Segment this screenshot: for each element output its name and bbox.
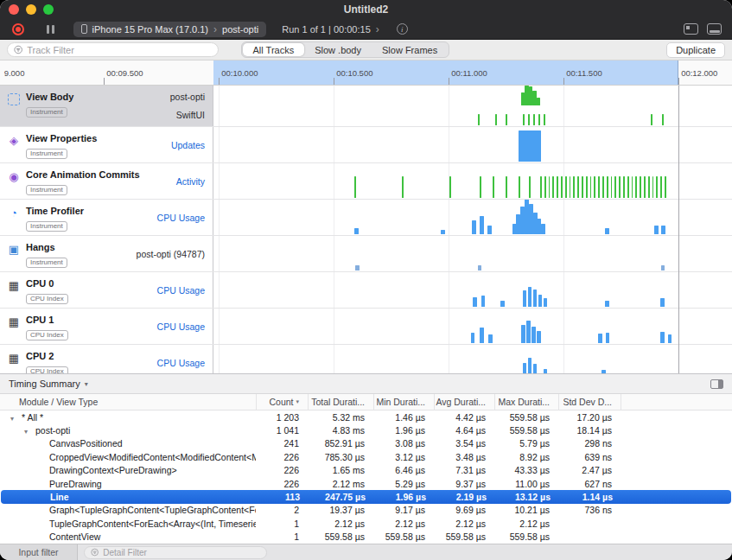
segment-all-tracks[interactable]: All Tracks (242, 43, 304, 56)
zoom-button[interactable] (43, 4, 54, 15)
track-lanes (213, 272, 732, 308)
detail-view-selector[interactable]: Timing Summary ▾ (9, 379, 88, 389)
info-icon[interactable]: i (397, 23, 408, 35)
minimize-button[interactable] (26, 4, 36, 15)
library-icon[interactable] (684, 23, 698, 35)
window-title: Untitled2 (344, 3, 388, 16)
pause-button[interactable] (47, 25, 54, 34)
summary-column-header[interactable]: Count▾ (256, 394, 308, 410)
track-header[interactable]: ▦CPU 2CPU IndexCPU Usage (0, 345, 213, 373)
track-row[interactable]: ◔Time ProfilerInstrumentCPU Usage (0, 200, 732, 236)
device-selector[interactable]: iPhone 15 Pro Max (17.0.1) › post-opti (73, 22, 267, 37)
ruler-tick-label: 00:10.000 (221, 68, 258, 78)
track-header[interactable]: ▦CPU 0CPU IndexCPU Usage (0, 272, 213, 308)
summary-row[interactable]: Graph<TupleGraphContent<TupleGraphConten… (0, 504, 732, 517)
track-row[interactable]: ▦CPU 2CPU IndexCPU Usage (0, 345, 732, 373)
close-button[interactable] (9, 4, 19, 15)
graph-bar (623, 176, 625, 198)
track-detail-link[interactable]: CPU Usage (157, 285, 205, 296)
summary-column-header[interactable]: Total Durati... (308, 394, 373, 410)
summary-row[interactable]: CroppedView<ModifiedContent<ModifiedCont… (0, 450, 732, 463)
graph-bar (662, 114, 664, 125)
track-graph[interactable] (213, 236, 732, 271)
track-graph[interactable] (213, 200, 732, 235)
segment-slow-frames[interactable]: Slow Frames (372, 43, 448, 56)
track-filter-input[interactable] (27, 45, 212, 55)
track-filter-field[interactable] (7, 42, 219, 57)
track-lane (213, 200, 732, 235)
detail-view-selector-label: Timing Summary (9, 379, 80, 389)
track-header[interactable]: View BodyInstrumentpost-optiSwiftUI (0, 86, 213, 126)
duplicate-button[interactable]: Duplicate (666, 42, 725, 58)
summary-value-cell: 2.12 µs (434, 519, 494, 529)
track-values: CPU Usage (157, 200, 205, 235)
graph-bar (487, 226, 492, 234)
graph-bar (519, 130, 541, 162)
chevron-right-icon[interactable]: › (376, 24, 379, 35)
timeline-ruler[interactable]: 9.00000:09.50000:10.00000:10.50000:11.00… (0, 60, 732, 86)
graph-bar (354, 228, 359, 234)
input-filter-label[interactable]: Input filter (0, 544, 78, 560)
graph-bar (598, 176, 600, 198)
graph-bar (598, 334, 602, 343)
summary-row[interactable]: ▾* All *1 2035.32 ms1.46 µs4.42 µs559.58… (0, 410, 732, 423)
summary-value-cell: 736 ns (558, 505, 621, 515)
summary-row[interactable]: ▾post-opti1 0414.83 ms1.96 µs4.64 µs559.… (0, 423, 732, 436)
summary-row[interactable]: Line113247.75 µs1.96 µs2.19 µs13.12 µs1.… (1, 490, 731, 503)
track-detail-link[interactable]: CPU Usage (157, 358, 205, 368)
track-row[interactable]: View BodyInstrumentpost-optiSwiftUI (0, 86, 732, 127)
inspector-toggle-icon[interactable] (710, 379, 723, 389)
summary-row[interactable]: DrawingContext<PureDrawing>2261.65 ms6.4… (0, 464, 732, 477)
summary-column-header[interactable]: Max Durati... (494, 394, 558, 410)
summary-column-header[interactable]: Avg Durati... (434, 394, 494, 410)
track-graph[interactable] (213, 163, 732, 199)
summary-column-header[interactable]: Module / View Type (0, 394, 256, 410)
summary-value-cell: 241 (256, 438, 308, 449)
track-row[interactable]: ▦CPU 0CPU IndexCPU Usage (0, 272, 732, 309)
titlebar[interactable]: Untitled2 (0, 0, 732, 19)
run-navigator[interactable]: Run 1 of 1 | 00:00:15 › (282, 24, 379, 35)
track-row[interactable]: ◉Core Animation CommitsInstrumentActivit… (0, 163, 732, 200)
track-detail-link[interactable]: Activity (176, 176, 205, 187)
bottom-panel-toggle-icon[interactable] (707, 23, 722, 35)
module-cell: Graph<TupleGraphContent<TupleGraphConten… (0, 505, 256, 515)
summary-value-cell: 1.96 µs (374, 492, 435, 502)
disclosure-triangle[interactable]: ▾ (24, 428, 35, 436)
track-detail-link[interactable]: CPU Usage (157, 321, 205, 332)
track-graph[interactable] (213, 345, 732, 373)
record-button[interactable] (12, 23, 24, 35)
module-cell: ContentView (0, 531, 256, 542)
summary-row[interactable]: PureDrawing2262.12 ms5.29 µs9.37 µs11.00… (0, 477, 732, 490)
track-header[interactable]: ◈View PropertiesInstrumentUpdates (0, 127, 213, 162)
summary-row[interactable]: CanvasPositioned241852.91 µs3.08 µs3.54 … (0, 437, 732, 450)
track-row[interactable]: ▦CPU 1CPU IndexCPU Usage (0, 309, 732, 345)
summary-column-header[interactable]: Min Durati... (373, 394, 434, 410)
detail-filter-input[interactable] (103, 548, 260, 557)
graph-bar (607, 176, 608, 198)
track-detail-link[interactable]: CPU Usage (157, 213, 205, 223)
track-header[interactable]: ▦CPU 1CPU IndexCPU Usage (0, 309, 213, 344)
summary-row[interactable]: TupleGraphContent<ForEach<Array<(Int, Ti… (0, 517, 732, 530)
graph-bar (531, 327, 536, 343)
track-row[interactable]: ▣HangsInstrumentpost-opti (94787) (0, 236, 732, 272)
summary-column-header[interactable]: Std Dev D... (558, 394, 621, 410)
summary-row[interactable]: ContentView1559.58 µs559.58 µs559.58 µs5… (0, 531, 732, 544)
track-graph[interactable] (213, 272, 732, 308)
track-detail-link[interactable]: Updates (171, 140, 205, 150)
track-graph[interactable] (213, 127, 732, 162)
track-header[interactable]: ◔Time ProfilerInstrumentCPU Usage (0, 200, 213, 235)
track-graph[interactable] (213, 309, 732, 344)
track-lanes (213, 127, 732, 162)
track-header[interactable]: ▣HangsInstrumentpost-opti (94787) (0, 236, 213, 271)
module-cell: CroppedView<ModifiedContent<ModifiedCont… (0, 452, 256, 462)
graph-bar (561, 176, 563, 198)
track-header[interactable]: ◉Core Animation CommitsInstrumentActivit… (0, 163, 213, 199)
summary-value-cell: 113 (257, 492, 309, 502)
summary-value-cell: 5.29 µs (373, 479, 434, 489)
segment-slow-body[interactable]: Slow .body (304, 43, 372, 56)
disclosure-triangle[interactable]: ▾ (10, 415, 22, 423)
detail-filter-field[interactable] (84, 546, 267, 559)
track-graph[interactable] (213, 86, 732, 126)
chevron-right-icon: › (213, 24, 217, 35)
track-row[interactable]: ◈View PropertiesInstrumentUpdates (0, 127, 732, 163)
